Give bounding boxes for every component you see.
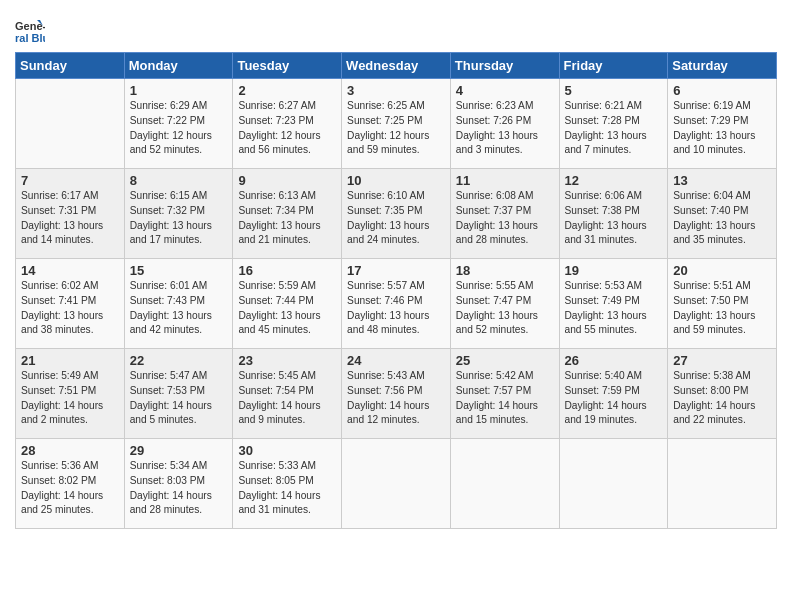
day-info: Sunrise: 6:13 AMSunset: 7:34 PMDaylight:… [238, 189, 336, 248]
logo: Gene- ral Blue [15, 16, 49, 46]
day-number: 22 [130, 353, 228, 368]
weekday-header-friday: Friday [559, 53, 668, 79]
day-info: Sunrise: 6:27 AMSunset: 7:23 PMDaylight:… [238, 99, 336, 158]
day-cell: 9Sunrise: 6:13 AMSunset: 7:34 PMDaylight… [233, 169, 342, 259]
day-cell [16, 79, 125, 169]
day-number: 2 [238, 83, 336, 98]
day-info: Sunrise: 6:25 AMSunset: 7:25 PMDaylight:… [347, 99, 445, 158]
day-info: Sunrise: 5:40 AMSunset: 7:59 PMDaylight:… [565, 369, 663, 428]
day-number: 5 [565, 83, 663, 98]
day-number: 27 [673, 353, 771, 368]
day-cell: 2Sunrise: 6:27 AMSunset: 7:23 PMDaylight… [233, 79, 342, 169]
day-info: Sunrise: 6:21 AMSunset: 7:28 PMDaylight:… [565, 99, 663, 158]
week-row-5: 28Sunrise: 5:36 AMSunset: 8:02 PMDayligh… [16, 439, 777, 529]
day-cell: 7Sunrise: 6:17 AMSunset: 7:31 PMDaylight… [16, 169, 125, 259]
day-number: 21 [21, 353, 119, 368]
day-info: Sunrise: 6:23 AMSunset: 7:26 PMDaylight:… [456, 99, 554, 158]
day-cell: 30Sunrise: 5:33 AMSunset: 8:05 PMDayligh… [233, 439, 342, 529]
day-cell: 27Sunrise: 5:38 AMSunset: 8:00 PMDayligh… [668, 349, 777, 439]
day-cell: 17Sunrise: 5:57 AMSunset: 7:46 PMDayligh… [342, 259, 451, 349]
day-number: 16 [238, 263, 336, 278]
day-number: 17 [347, 263, 445, 278]
logo-icon: Gene- ral Blue [15, 16, 45, 46]
day-number: 13 [673, 173, 771, 188]
day-cell: 13Sunrise: 6:04 AMSunset: 7:40 PMDayligh… [668, 169, 777, 259]
day-cell: 19Sunrise: 5:53 AMSunset: 7:49 PMDayligh… [559, 259, 668, 349]
day-number: 23 [238, 353, 336, 368]
day-cell: 29Sunrise: 5:34 AMSunset: 8:03 PMDayligh… [124, 439, 233, 529]
weekday-header-tuesday: Tuesday [233, 53, 342, 79]
day-info: Sunrise: 6:17 AMSunset: 7:31 PMDaylight:… [21, 189, 119, 248]
day-info: Sunrise: 5:47 AMSunset: 7:53 PMDaylight:… [130, 369, 228, 428]
day-number: 24 [347, 353, 445, 368]
day-number: 6 [673, 83, 771, 98]
day-info: Sunrise: 6:19 AMSunset: 7:29 PMDaylight:… [673, 99, 771, 158]
week-row-1: 1Sunrise: 6:29 AMSunset: 7:22 PMDaylight… [16, 79, 777, 169]
weekday-header-thursday: Thursday [450, 53, 559, 79]
day-cell: 21Sunrise: 5:49 AMSunset: 7:51 PMDayligh… [16, 349, 125, 439]
day-info: Sunrise: 5:43 AMSunset: 7:56 PMDaylight:… [347, 369, 445, 428]
weekday-header-wednesday: Wednesday [342, 53, 451, 79]
day-number: 18 [456, 263, 554, 278]
day-cell: 20Sunrise: 5:51 AMSunset: 7:50 PMDayligh… [668, 259, 777, 349]
day-number: 7 [21, 173, 119, 188]
day-cell: 6Sunrise: 6:19 AMSunset: 7:29 PMDaylight… [668, 79, 777, 169]
calendar-table: SundayMondayTuesdayWednesdayThursdayFrid… [15, 52, 777, 529]
day-info: Sunrise: 5:51 AMSunset: 7:50 PMDaylight:… [673, 279, 771, 338]
header: Gene- ral Blue [15, 10, 777, 46]
day-cell: 18Sunrise: 5:55 AMSunset: 7:47 PMDayligh… [450, 259, 559, 349]
day-info: Sunrise: 5:57 AMSunset: 7:46 PMDaylight:… [347, 279, 445, 338]
day-info: Sunrise: 5:55 AMSunset: 7:47 PMDaylight:… [456, 279, 554, 338]
day-number: 30 [238, 443, 336, 458]
day-cell: 11Sunrise: 6:08 AMSunset: 7:37 PMDayligh… [450, 169, 559, 259]
day-number: 1 [130, 83, 228, 98]
day-number: 25 [456, 353, 554, 368]
week-row-4: 21Sunrise: 5:49 AMSunset: 7:51 PMDayligh… [16, 349, 777, 439]
day-number: 15 [130, 263, 228, 278]
day-number: 26 [565, 353, 663, 368]
day-info: Sunrise: 6:06 AMSunset: 7:38 PMDaylight:… [565, 189, 663, 248]
day-info: Sunrise: 5:49 AMSunset: 7:51 PMDaylight:… [21, 369, 119, 428]
day-cell: 22Sunrise: 5:47 AMSunset: 7:53 PMDayligh… [124, 349, 233, 439]
day-cell [559, 439, 668, 529]
day-cell: 25Sunrise: 5:42 AMSunset: 7:57 PMDayligh… [450, 349, 559, 439]
day-number: 28 [21, 443, 119, 458]
day-info: Sunrise: 6:08 AMSunset: 7:37 PMDaylight:… [456, 189, 554, 248]
day-info: Sunrise: 5:33 AMSunset: 8:05 PMDaylight:… [238, 459, 336, 518]
day-cell: 14Sunrise: 6:02 AMSunset: 7:41 PMDayligh… [16, 259, 125, 349]
week-row-3: 14Sunrise: 6:02 AMSunset: 7:41 PMDayligh… [16, 259, 777, 349]
day-cell: 26Sunrise: 5:40 AMSunset: 7:59 PMDayligh… [559, 349, 668, 439]
day-info: Sunrise: 6:02 AMSunset: 7:41 PMDaylight:… [21, 279, 119, 338]
day-info: Sunrise: 6:04 AMSunset: 7:40 PMDaylight:… [673, 189, 771, 248]
day-cell: 12Sunrise: 6:06 AMSunset: 7:38 PMDayligh… [559, 169, 668, 259]
day-number: 10 [347, 173, 445, 188]
day-number: 8 [130, 173, 228, 188]
day-cell: 15Sunrise: 6:01 AMSunset: 7:43 PMDayligh… [124, 259, 233, 349]
day-info: Sunrise: 6:29 AMSunset: 7:22 PMDaylight:… [130, 99, 228, 158]
day-cell: 4Sunrise: 6:23 AMSunset: 7:26 PMDaylight… [450, 79, 559, 169]
weekday-header-monday: Monday [124, 53, 233, 79]
weekday-header-saturday: Saturday [668, 53, 777, 79]
day-info: Sunrise: 5:34 AMSunset: 8:03 PMDaylight:… [130, 459, 228, 518]
day-cell: 24Sunrise: 5:43 AMSunset: 7:56 PMDayligh… [342, 349, 451, 439]
day-cell: 5Sunrise: 6:21 AMSunset: 7:28 PMDaylight… [559, 79, 668, 169]
day-number: 11 [456, 173, 554, 188]
day-info: Sunrise: 5:45 AMSunset: 7:54 PMDaylight:… [238, 369, 336, 428]
day-cell: 3Sunrise: 6:25 AMSunset: 7:25 PMDaylight… [342, 79, 451, 169]
day-number: 4 [456, 83, 554, 98]
day-number: 19 [565, 263, 663, 278]
day-cell: 1Sunrise: 6:29 AMSunset: 7:22 PMDaylight… [124, 79, 233, 169]
weekday-header-row: SundayMondayTuesdayWednesdayThursdayFrid… [16, 53, 777, 79]
day-info: Sunrise: 6:10 AMSunset: 7:35 PMDaylight:… [347, 189, 445, 248]
day-cell [450, 439, 559, 529]
day-info: Sunrise: 5:59 AMSunset: 7:44 PMDaylight:… [238, 279, 336, 338]
day-info: Sunrise: 6:01 AMSunset: 7:43 PMDaylight:… [130, 279, 228, 338]
day-number: 9 [238, 173, 336, 188]
day-cell: 8Sunrise: 6:15 AMSunset: 7:32 PMDaylight… [124, 169, 233, 259]
day-number: 20 [673, 263, 771, 278]
day-info: Sunrise: 5:36 AMSunset: 8:02 PMDaylight:… [21, 459, 119, 518]
day-info: Sunrise: 6:15 AMSunset: 7:32 PMDaylight:… [130, 189, 228, 248]
week-row-2: 7Sunrise: 6:17 AMSunset: 7:31 PMDaylight… [16, 169, 777, 259]
day-number: 29 [130, 443, 228, 458]
day-info: Sunrise: 5:42 AMSunset: 7:57 PMDaylight:… [456, 369, 554, 428]
